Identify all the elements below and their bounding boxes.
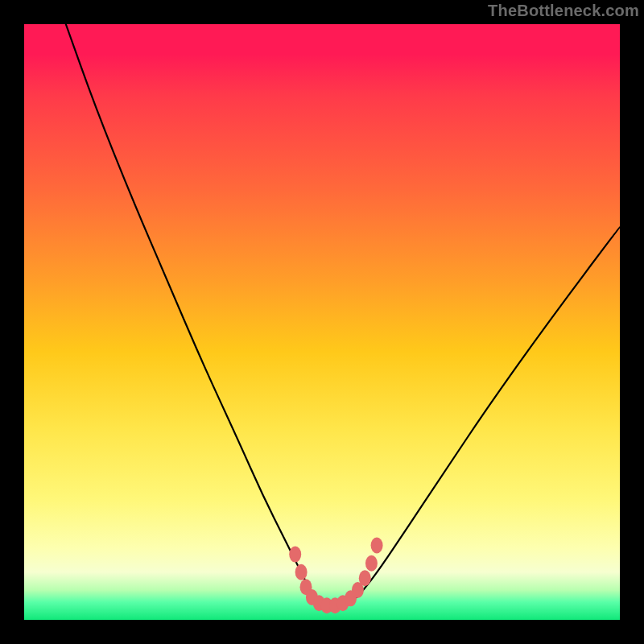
curve-marker bbox=[289, 547, 301, 563]
plot-area bbox=[24, 24, 620, 620]
curve-marker bbox=[365, 555, 378, 572]
marker-cluster bbox=[289, 538, 382, 614]
curve-marker bbox=[295, 564, 308, 580]
watermark-label: TheBottleneck.com bbox=[488, 2, 639, 20]
curve-marker bbox=[371, 538, 383, 554]
app-frame: TheBottleneck.com bbox=[0, 0, 644, 644]
bottleneck-chart bbox=[24, 24, 620, 620]
bottleneck-curve-line bbox=[66, 24, 620, 608]
curve-marker bbox=[359, 570, 371, 586]
